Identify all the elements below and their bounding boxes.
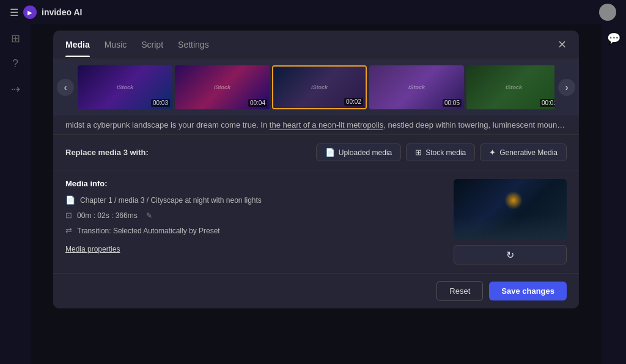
media-info-section: Media info: 📄 Chapter 1 / media 3 / City…: [53, 170, 579, 273]
watermark: iStock: [311, 84, 328, 90]
tab-media[interactable]: Media: [65, 40, 90, 57]
info-transition-row: ⇄ Transition: Selected Automatically by …: [65, 226, 441, 235]
topbar: ☰ ▶ invideo AI: [0, 0, 626, 24]
city-road-effect: [454, 216, 567, 240]
watermark: iStock: [506, 84, 522, 90]
tab-music[interactable]: Music: [105, 40, 127, 57]
info-duration-row: ⊡ 00m : 02s : 366ms ✎: [65, 211, 441, 220]
media-modal: Media Music Script Settings ✕ ‹: [53, 31, 579, 308]
next-arrow[interactable]: ›: [558, 79, 575, 96]
city-lights-effect: [504, 191, 523, 209]
strip-items: iStock 00:03 iStock 00:04 iSto: [78, 65, 554, 109]
generative-media-button[interactable]: ✦ Generative Media: [480, 144, 567, 161]
watermark: iStock: [408, 84, 425, 90]
tab-settings[interactable]: Settings: [178, 40, 209, 57]
modal-tabs: Media Music Script Settings: [65, 40, 209, 57]
refresh-icon: ↻: [506, 249, 514, 261]
duration-label: 00:02: [344, 98, 363, 106]
help-icon[interactable]: ?: [12, 57, 18, 70]
watermark: iStock: [117, 84, 133, 90]
upload-icon: 📄: [325, 148, 335, 157]
modal-footer: Reset Save changes: [53, 273, 579, 308]
grid-icon[interactable]: ⊞: [11, 32, 20, 45]
app-logo: ▶: [23, 5, 37, 19]
app-title: invideo AI: [42, 7, 82, 17]
avatar[interactable]: [599, 4, 616, 21]
media-strip: ‹ iStock 00:03 iStock 00:04: [53, 59, 579, 115]
media-info-right: ↻: [454, 179, 567, 264]
chat-icon[interactable]: 💬: [607, 32, 620, 45]
duration-label: 00:04: [248, 99, 267, 107]
replace-section: Replace media 3 with: 📄 Uploaded media ⊞…: [53, 135, 579, 170]
save-changes-button[interactable]: Save changes: [489, 282, 567, 300]
media-thumb-2[interactable]: iStock 00:04: [175, 65, 270, 109]
duration-label: 00:02: [540, 99, 554, 107]
generative-icon: ✦: [489, 148, 496, 157]
media-info-left: Media info: 📄 Chapter 1 / media 3 / City…: [65, 179, 441, 264]
info-path-row: 📄 Chapter 1 / media 3 / Cityscape at nig…: [65, 195, 441, 205]
script-preview: midst a cyberpunk landscape is your drea…: [53, 115, 579, 135]
media-duration: 00m : 02s : 366ms: [77, 211, 138, 220]
media-thumb-1[interactable]: iStock 00:03: [78, 65, 172, 109]
chevrons-icon[interactable]: ⇢: [11, 82, 20, 96]
replace-label: Replace media 3 with:: [65, 148, 149, 157]
tab-script[interactable]: Script: [141, 40, 163, 57]
transition-label: Transition: Selected Automatically by Pr…: [77, 227, 220, 235]
reset-button[interactable]: Reset: [436, 281, 483, 301]
modal-header: Media Music Script Settings ✕: [53, 31, 579, 59]
media-thumb-5[interactable]: iStock 00:02: [466, 65, 554, 109]
duration-label: 00:03: [151, 99, 170, 107]
media-path: Chapter 1 / media 3 / Cityscape at night…: [80, 196, 262, 205]
media-info-title: Media info:: [65, 179, 441, 188]
modal-overlay: Media Music Script Settings ✕ ‹: [31, 24, 602, 364]
watermark: iStock: [214, 84, 230, 90]
hamburger-icon[interactable]: ☰: [10, 7, 18, 18]
edit-icon[interactable]: ✎: [146, 211, 152, 220]
transition-icon: ⇄: [65, 226, 72, 235]
close-button[interactable]: ✕: [558, 38, 567, 59]
clock-icon: ⊡: [65, 211, 72, 220]
replace-buttons: 📄 Uploaded media ⊞ Stock media ✦ Generat…: [316, 144, 567, 161]
preview-thumbnail: [454, 179, 567, 240]
media-thumb-3[interactable]: iStock 00:02: [272, 65, 367, 109]
media-properties-link[interactable]: Media properties: [65, 245, 120, 253]
file-icon: 📄: [65, 195, 75, 205]
stock-icon: ⊞: [415, 148, 422, 157]
left-sidebar: ⊞ ? ⇢: [0, 24, 31, 364]
logo-icon: ▶: [28, 9, 32, 16]
thumb-inner: [454, 179, 567, 240]
stock-media-button[interactable]: ⊞ Stock media: [406, 144, 475, 161]
right-sidebar: 💬: [602, 24, 626, 364]
duration-label: 00:05: [443, 99, 462, 107]
prev-arrow[interactable]: ‹: [57, 79, 74, 96]
uploaded-media-button[interactable]: 📄 Uploaded media: [316, 144, 401, 161]
refresh-button[interactable]: ↻: [454, 245, 567, 264]
media-thumb-4[interactable]: iStock 00:05: [369, 65, 464, 109]
